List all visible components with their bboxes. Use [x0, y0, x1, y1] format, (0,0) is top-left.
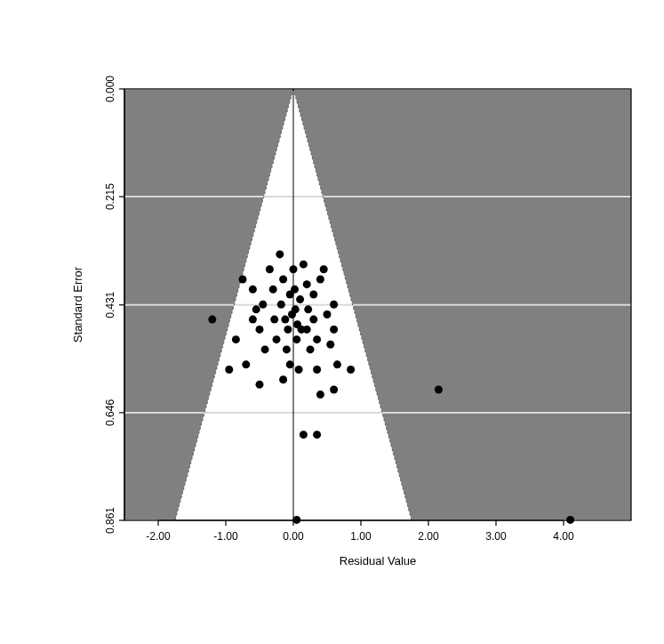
- y-tick-label: 0.000: [104, 76, 116, 102]
- data-point: [330, 326, 338, 334]
- data-point: [256, 381, 264, 389]
- data-point: [276, 250, 284, 258]
- data-point: [266, 265, 274, 273]
- data-point: [291, 286, 299, 294]
- data-point: [347, 366, 355, 374]
- data-point: [566, 516, 574, 524]
- funnel-plot: -2.00-1.000.001.002.003.004.000.0000.215…: [0, 0, 664, 644]
- data-point: [283, 345, 291, 353]
- data-point: [296, 295, 304, 303]
- data-point: [269, 286, 277, 294]
- data-point: [309, 316, 317, 324]
- data-point: [300, 431, 308, 439]
- data-point: [300, 261, 308, 269]
- data-point: [279, 375, 287, 383]
- x-tick-label: -2.00: [146, 530, 171, 543]
- x-tick-label: 1.00: [350, 530, 372, 543]
- data-point: [313, 335, 321, 343]
- data-point: [307, 345, 315, 353]
- data-point: [281, 316, 289, 324]
- data-point: [270, 316, 278, 324]
- data-point: [249, 316, 257, 324]
- data-point: [303, 326, 311, 334]
- data-point: [256, 326, 264, 334]
- data-point: [239, 276, 247, 284]
- data-point: [295, 366, 303, 374]
- y-tick-label: 0.861: [104, 507, 116, 534]
- data-point: [313, 366, 321, 374]
- y-tick-label: 0.646: [104, 399, 116, 426]
- data-point: [313, 431, 321, 439]
- x-axis-title: Residual Value: [340, 554, 416, 568]
- data-point: [225, 366, 233, 374]
- data-point: [292, 305, 300, 313]
- data-point: [333, 360, 341, 368]
- data-point: [309, 290, 317, 298]
- data-point: [259, 301, 267, 309]
- data-point: [316, 276, 324, 284]
- data-point: [208, 316, 216, 324]
- data-point: [330, 301, 338, 309]
- data-point: [279, 276, 287, 284]
- data-point: [435, 385, 443, 393]
- data-point: [303, 280, 311, 288]
- data-point: [277, 301, 285, 309]
- data-point: [326, 341, 334, 349]
- y-axis-title: Standard Error: [71, 266, 84, 342]
- data-point: [324, 310, 332, 318]
- y-tick-label: 0.431: [104, 291, 116, 318]
- data-point: [286, 360, 294, 368]
- data-point: [242, 360, 250, 368]
- x-tick-label: 0.00: [283, 530, 304, 543]
- data-point: [330, 385, 338, 393]
- y-tick-label: 0.215: [104, 183, 116, 210]
- x-tick-label: 4.00: [553, 530, 574, 543]
- x-tick-label: -1.00: [213, 530, 238, 543]
- x-tick-label: 3.00: [485, 530, 507, 543]
- data-point: [290, 265, 298, 273]
- data-point: [249, 286, 257, 294]
- plot-svg: -2.00-1.000.001.002.003.004.000.0000.215…: [0, 0, 664, 644]
- data-point: [232, 335, 240, 343]
- data-point: [252, 305, 260, 313]
- data-point: [261, 345, 269, 353]
- data-point: [292, 335, 300, 343]
- data-point: [320, 265, 328, 273]
- data-point: [304, 305, 312, 313]
- data-point: [284, 326, 292, 334]
- data-point: [273, 335, 281, 343]
- data-point: [316, 390, 324, 398]
- x-tick-label: 2.00: [418, 530, 439, 543]
